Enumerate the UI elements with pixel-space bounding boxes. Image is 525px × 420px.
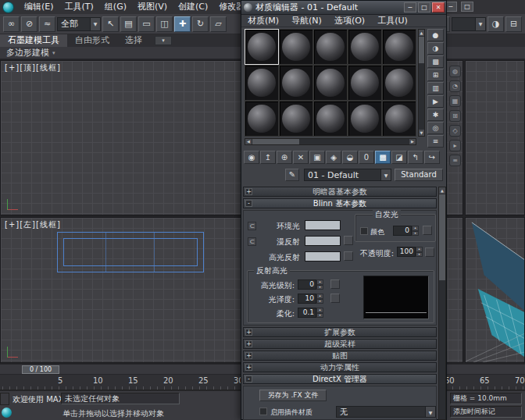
sample-uv-tiling-button[interactable]: ⊞	[427, 69, 444, 81]
make-unique-button[interactable]: ◈	[326, 151, 341, 164]
opacity-map-button[interactable]	[425, 247, 434, 257]
rectangular-selection-region-icon[interactable]: ▭	[138, 16, 155, 32]
maximize-button[interactable]: □	[418, 2, 430, 12]
sample-slot[interactable]	[245, 29, 279, 65]
material-editor-menu-item[interactable]: 选项(O)	[328, 15, 371, 27]
go-to-parent-button[interactable]: ↰	[408, 151, 423, 164]
select-and-link-icon[interactable]: ∞	[3, 16, 20, 32]
self-illum-map-button[interactable]	[423, 226, 432, 235]
spinner-down-icon[interactable]: ▾	[316, 313, 323, 319]
scroll-right-icon[interactable]: ▶	[409, 139, 416, 144]
main-menu-item[interactable]: 工具(T)	[59, 0, 99, 14]
dropdown-arrow-icon[interactable]: ▼	[475, 18, 485, 30]
material-map-navigator-button[interactable]: ≡	[427, 135, 444, 148]
ribbon-tab[interactable]: 石墨建模工具	[0, 34, 67, 47]
main-menu-item[interactable]: 创建(C)	[173, 0, 213, 14]
rollout-directx-manager[interactable]: - DirectX 管理器	[243, 374, 437, 384]
right-strip-icon[interactable]: ◔	[449, 80, 461, 92]
main-menu-item[interactable]: 编辑(E)	[19, 0, 59, 14]
close-button[interactable]: ✕	[432, 2, 445, 12]
soften-spinner[interactable]: 0.1 ▴▾	[298, 308, 323, 318]
make-material-copy-button[interactable]: ▣	[309, 151, 325, 164]
plugin-material-dropdown[interactable]: 无 ▼	[336, 406, 436, 418]
sample-slot[interactable]	[382, 65, 416, 101]
sample-slot[interactable]	[348, 29, 382, 65]
rollout-maps[interactable]: + 贴图	[243, 351, 437, 361]
rollout-shader-basic-parameters[interactable]: + 明暗器基本参数	[243, 187, 437, 197]
spinner-down-icon[interactable]: ▾	[416, 252, 423, 258]
select-by-material-button[interactable]: ◎	[427, 122, 444, 134]
dropdown-arrow-icon[interactable]: ▼	[425, 407, 435, 417]
viewport-left-label[interactable]: [+][左][线框]	[5, 219, 61, 230]
enable-plugin-checkbox[interactable]	[259, 408, 267, 415]
right-toolbar-icon[interactable]: ◑	[488, 16, 504, 32]
ambient-color-swatch[interactable]	[305, 220, 341, 230]
reset-map-button[interactable]: ✕	[293, 151, 309, 164]
sample-slot[interactable]	[279, 65, 313, 101]
sample-slot[interactable]	[382, 101, 416, 137]
eyedropper-icon[interactable]: ✎	[285, 169, 299, 181]
material-editor-menu-item[interactable]: 工具(U)	[371, 15, 414, 27]
material-name-dropdown[interactable]: 01 - Default ▼	[304, 169, 391, 181]
dropdown-arrow-icon[interactable]: ▼	[90, 18, 100, 30]
assign-material-to-selection-button[interactable]: ⊕	[277, 151, 292, 164]
window-crossing-icon[interactable]: ◫	[156, 16, 173, 32]
selection-filter-dropdown[interactable]: 全部▼	[57, 17, 101, 31]
material-id-channel-button[interactable]: 0	[359, 151, 374, 164]
make-preview-button[interactable]: ▶	[427, 95, 444, 108]
select-object-icon[interactable]: ↖	[102, 16, 119, 32]
slots-vertical-scrollbar[interactable]: ▲ ▼	[418, 29, 425, 137]
scroll-up-icon[interactable]: ▲	[419, 30, 424, 36]
scrollbar-thumb[interactable]	[439, 194, 445, 280]
right-strip-icon[interactable]: ⊞	[449, 110, 461, 122]
rollout-blinn-basic-parameters[interactable]: - Blinn 基本参数	[243, 198, 437, 208]
rollout-dynamics-properties[interactable]: + 动力学属性	[243, 362, 437, 372]
viewport-perspective[interactable]	[465, 217, 525, 363]
scroll-down-icon[interactable]: ▼	[419, 130, 424, 136]
material-type-button[interactable]: Standard	[395, 169, 443, 181]
diffuse-map-button[interactable]	[344, 236, 353, 245]
select-and-scale-icon[interactable]: ▱	[210, 16, 227, 32]
video-color-check-button[interactable]: ▥	[427, 82, 444, 94]
spinner-down-icon[interactable]: ▾	[412, 231, 419, 237]
right-toolbar-icon[interactable]: ⊟	[505, 16, 522, 32]
self-illum-color-checkbox[interactable]	[360, 227, 368, 235]
glossiness-map-button[interactable]	[330, 294, 340, 303]
right-strip-icon[interactable]: ▦	[449, 95, 461, 107]
right-strip-icon[interactable]: ◍	[449, 66, 461, 77]
window-maximize-button[interactable]: □	[461, 2, 473, 12]
ribbon-tab[interactable]: 自由形式	[67, 34, 117, 47]
viewport-top-label[interactable]: [+][顶][线框]	[5, 62, 61, 73]
background-button[interactable]: ▩	[427, 55, 444, 68]
slots-horizontal-scrollbar[interactable]: ◀ ▶	[245, 138, 416, 145]
options-button[interactable]: ✱	[427, 109, 444, 121]
maxscript-icon[interactable]	[2, 408, 12, 418]
sample-slot[interactable]	[313, 101, 348, 137]
bind-to-space-warp-icon[interactable]: ≈	[39, 16, 55, 32]
material-editor-menu-item[interactable]: 材质(M)	[241, 15, 285, 27]
app-logo-icon[interactable]	[2, 2, 14, 13]
sample-slot[interactable]	[279, 29, 313, 65]
specular-level-spinner[interactable]: 0 ▴▾	[298, 279, 323, 290]
right-strip-icon[interactable]: ▸	[449, 140, 461, 151]
scroll-up-icon[interactable]: ▲	[439, 187, 445, 194]
select-and-move-icon[interactable]: ✚	[174, 16, 191, 32]
show-map-in-viewport-button[interactable]: ▩	[375, 151, 391, 164]
add-time-tag-button[interactable]: 添加时间标记	[450, 406, 522, 418]
spinner-down-icon[interactable]: ▾	[316, 299, 323, 304]
main-menu-item[interactable]: 组(G)	[99, 0, 132, 14]
get-material-button[interactable]: ◉	[244, 151, 259, 164]
sample-slot[interactable]	[348, 101, 382, 137]
maxscript-mini-listener[interactable]	[0, 393, 9, 405]
sample-type-button[interactable]: ●	[427, 29, 444, 41]
specular-level-map-button[interactable]	[330, 279, 340, 289]
save-fx-button[interactable]: 另存为 .FX 文件	[259, 390, 327, 401]
dropdown-arrow-icon[interactable]: ▼	[380, 169, 391, 180]
opacity-value-spinner[interactable]: 100 ▴▾	[397, 247, 423, 257]
right-strip-icon[interactable]: ≡	[449, 155, 461, 166]
sample-slot[interactable]	[313, 29, 348, 65]
rollout-supersampling[interactable]: + 超级采样	[243, 339, 437, 349]
parameters-scrollbar[interactable]: ▲	[438, 187, 446, 420]
scrollbar-thumb[interactable]	[252, 139, 299, 144]
backlight-button[interactable]: ◑	[427, 42, 444, 55]
